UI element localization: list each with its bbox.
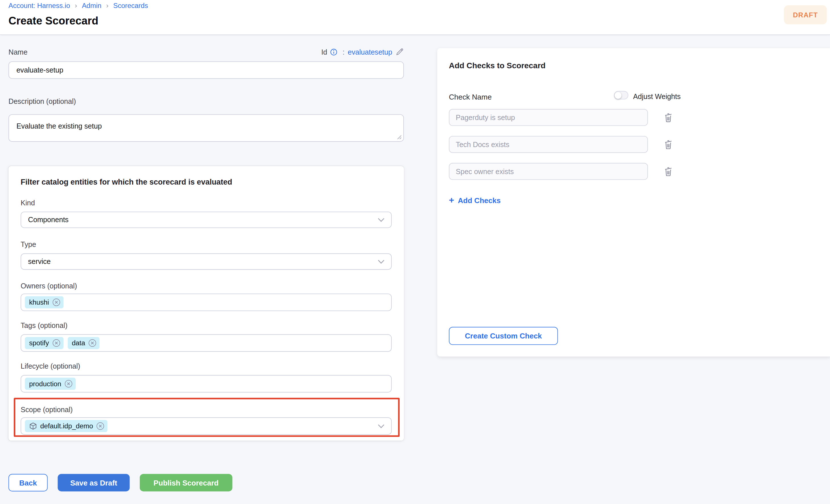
resize-handle-icon[interactable] xyxy=(397,135,402,140)
kind-select[interactable]: Components xyxy=(21,212,392,228)
add-checks-card: Add Checks to Scorecard Check Name Adjus… xyxy=(437,48,830,357)
tag-chip-label: spotify xyxy=(29,339,49,347)
scope-chip-label: default.idp_demo xyxy=(40,422,93,430)
breadcrumb: Account: Harness.io › Admin › Scorecards xyxy=(8,2,148,10)
check-name-column-label: Check Name xyxy=(449,93,491,101)
breadcrumb-scorecards-link[interactable]: Scorecards xyxy=(113,2,148,10)
description-label: Description (optional) xyxy=(8,97,76,105)
tag-chip: spotify xyxy=(25,337,63,349)
scope-label: Scope (optional) xyxy=(21,406,73,413)
add-checks-title: Add Checks to Scorecard xyxy=(449,61,546,70)
add-checks-button[interactable]: + Add Checks xyxy=(449,195,501,206)
close-icon[interactable] xyxy=(96,422,104,430)
page-title: Create Scorecard xyxy=(8,14,98,27)
close-icon[interactable] xyxy=(88,339,96,347)
check-value: Pagerduty is setup xyxy=(449,113,515,122)
kind-label: Kind xyxy=(21,199,35,207)
lifecycle-chip-label: production xyxy=(29,380,61,388)
breadcrumb-separator: › xyxy=(106,2,108,10)
type-select[interactable]: service xyxy=(21,254,392,270)
cube-icon xyxy=(29,422,37,430)
trash-icon[interactable] xyxy=(662,165,675,178)
id-label: Id xyxy=(321,48,327,56)
tags-input[interactable]: spotify data xyxy=(21,334,392,351)
id-separator: : xyxy=(343,48,345,56)
kind-value: Components xyxy=(21,216,69,224)
chevron-down-icon xyxy=(378,424,384,428)
breadcrumb-account-link[interactable]: Account: Harness.io xyxy=(8,2,70,10)
scope-select[interactable]: default.idp_demo xyxy=(21,417,392,435)
scope-chip: default.idp_demo xyxy=(25,420,107,432)
back-button[interactable]: Back xyxy=(8,474,48,491)
breadcrumb-admin-link[interactable]: Admin xyxy=(82,2,102,10)
tag-chip: data xyxy=(67,337,99,349)
description-textarea[interactable]: Evaluate the existing setup xyxy=(8,114,404,142)
edit-icon[interactable] xyxy=(395,47,404,56)
type-label: Type xyxy=(21,241,36,248)
trash-icon[interactable] xyxy=(662,111,675,124)
owner-chip-label: khushi xyxy=(29,298,49,306)
name-input[interactable]: evaluate-setup xyxy=(8,61,404,79)
id-row: Id : evaluatesetup xyxy=(8,47,404,56)
owners-label: Owners (optional) xyxy=(21,282,77,290)
chevron-down-icon xyxy=(378,217,384,222)
check-input[interactable]: Tech Docs exists xyxy=(449,136,648,153)
lifecycle-input[interactable]: production xyxy=(21,375,392,393)
owners-input[interactable]: khushi xyxy=(21,294,392,311)
check-value: Tech Docs exists xyxy=(449,140,510,148)
save-as-draft-button[interactable]: Save as Draft xyxy=(58,474,130,491)
create-scorecard-page: Account: Harness.io › Admin › Scorecards… xyxy=(0,0,830,504)
publish-scorecard-button[interactable]: Publish Scorecard xyxy=(140,474,232,491)
info-icon[interactable] xyxy=(330,48,337,55)
check-value: Spec owner exists xyxy=(449,168,514,175)
close-icon[interactable] xyxy=(52,298,60,306)
close-icon[interactable] xyxy=(52,339,60,347)
filter-card: Filter catalog entities for which the sc… xyxy=(8,166,404,441)
add-checks-label: Add Checks xyxy=(458,196,501,205)
lifecycle-chip: production xyxy=(25,378,75,390)
tag-chip-label: data xyxy=(72,339,85,347)
breadcrumb-separator: › xyxy=(75,2,77,10)
page-header: Account: Harness.io › Admin › Scorecards… xyxy=(0,0,830,35)
id-value-link[interactable]: evaluatesetup xyxy=(348,48,392,56)
name-input-value: evaluate-setup xyxy=(9,66,63,74)
trash-icon[interactable] xyxy=(662,138,675,151)
adjust-weights-toggle[interactable] xyxy=(614,91,628,100)
check-input[interactable]: Pagerduty is setup xyxy=(449,109,648,126)
lifecycle-label: Lifecycle (optional) xyxy=(21,362,80,370)
type-value: service xyxy=(21,258,51,266)
toggle-knob xyxy=(614,92,621,99)
adjust-weights-label: Adjust Weights xyxy=(633,93,680,100)
check-input[interactable]: Spec owner exists xyxy=(449,163,648,180)
tags-label: Tags (optional) xyxy=(21,322,68,330)
owner-chip: khushi xyxy=(25,296,63,308)
status-badge: DRAFT xyxy=(784,5,827,25)
close-icon[interactable] xyxy=(64,380,72,388)
chevron-down-icon xyxy=(378,259,384,264)
create-custom-check-button[interactable]: Create Custom Check xyxy=(449,327,558,345)
filter-heading: Filter catalog entities for which the sc… xyxy=(21,178,232,186)
plus-icon: + xyxy=(449,195,454,206)
description-value: Evaluate the existing setup xyxy=(17,122,102,130)
